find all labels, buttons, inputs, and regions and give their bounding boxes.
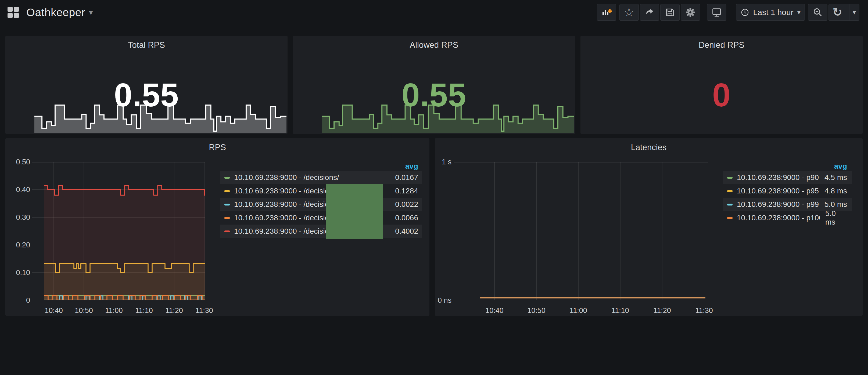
x-axis-tick-label: 10:40 <box>476 307 513 315</box>
tv-monitor-icon <box>711 7 722 18</box>
legend-header-row: avg <box>220 162 422 171</box>
nav-toolbar: ☆ <box>597 4 859 21</box>
series-avg-value: 0.4002 <box>390 227 418 236</box>
zoom-out-icon <box>812 7 823 18</box>
series-avg-value: 0.1284 <box>390 187 418 195</box>
rps-graph-panel: RPS avg 10.10.69.238:9000 - /decisions/0… <box>5 138 429 316</box>
panel-title[interactable]: Allowed RPS <box>293 36 575 50</box>
dashboards-grid-icon[interactable] <box>7 6 19 19</box>
y-axis-tick-label: 0 ns <box>435 296 452 305</box>
legend-row[interactable]: 10.10.69.238:9000 - /decisions/0.0022 <box>220 198 422 211</box>
legend-row[interactable]: 10.10.69.238:9000 - p954.8 ms <box>723 184 852 198</box>
series-avg-value: 0.0066 <box>390 214 418 222</box>
time-range-picker[interactable]: Last 1 hour ▾ <box>736 4 805 21</box>
rps-graph-canvas[interactable] <box>32 162 207 300</box>
latencies-legend: avg 10.10.69.238:9000 - p904.5 ms10.10.6… <box>723 162 852 225</box>
clock-icon <box>740 8 749 17</box>
series-avg-value: 4.5 ms <box>819 173 847 182</box>
share-button[interactable] <box>640 4 659 21</box>
series-label[interactable]: 10.10.69.238:9000 - p100 <box>737 214 820 222</box>
time-range-label: Last 1 hour <box>753 8 794 17</box>
series-label[interactable]: 10.10.69.238:9000 - /decisions/ <box>234 214 339 222</box>
series-label[interactable]: 10.10.69.238:9000 - p99 <box>737 200 819 209</box>
y-axis-tick-label: 0 <box>5 296 30 305</box>
dashboard-title[interactable]: Oathkeeper <box>26 6 85 19</box>
y-axis-tick-label: 0.20 <box>5 241 30 249</box>
star-icon: ☆ <box>624 7 634 18</box>
legend-row[interactable]: 10.10.69.238:9000 - /decisions/0.4002 <box>220 225 422 238</box>
legend-header-row: avg <box>723 162 852 171</box>
series-label[interactable]: 10.10.69.238:9000 - /decisions/ <box>234 187 339 195</box>
cycle-view-mode-button[interactable] <box>707 4 726 21</box>
dashboard-settings-button[interactable] <box>681 4 700 21</box>
series-color-swatch <box>727 217 733 219</box>
series-color-swatch <box>224 177 230 179</box>
legend-avg-column-header[interactable]: avg <box>834 162 847 170</box>
legend-rows: 10.10.69.238:9000 - /decisions/0.016710.… <box>220 171 422 238</box>
stat-panel-total-rps: Total RPS 0.55 <box>5 36 287 134</box>
series-label[interactable]: 10.10.69.238:9000 - p90 <box>737 173 819 182</box>
x-axis-tick-label: 10:50 <box>518 307 555 315</box>
legend-row[interactable]: 10.10.69.238:9000 - /decisions/0.0066 <box>220 211 422 225</box>
rps-legend: avg 10.10.69.238:9000 - /decisions/0.016… <box>220 162 422 238</box>
series-color-swatch <box>224 190 230 192</box>
sparkline <box>322 101 574 133</box>
x-axis-tick-label: 11:10 <box>601 307 639 315</box>
panel-title[interactable]: Latencies <box>435 138 863 152</box>
refresh-icon: ↻ <box>833 7 842 18</box>
zoom-out-button[interactable] <box>808 4 828 21</box>
series-color-swatch <box>727 177 733 179</box>
series-avg-value: 4.8 ms <box>819 187 847 195</box>
series-color-swatch <box>727 190 733 192</box>
settings-gear-icon <box>685 7 696 18</box>
series-avg-value: 5.0 ms <box>820 209 847 226</box>
y-axis-tick-label: 0.50 <box>5 158 30 166</box>
caret-down-icon: ▾ <box>797 9 801 16</box>
series-avg-value: 0.0167 <box>390 173 418 182</box>
legend-row[interactable]: 10.10.69.238:9000 - p904.5 ms <box>723 171 852 184</box>
save-icon <box>665 7 675 18</box>
series-color-swatch <box>224 204 230 206</box>
panel-title[interactable]: Total RPS <box>5 36 287 50</box>
series-label[interactable]: 10.10.69.238:9000 - /decisions/ <box>234 227 339 236</box>
series-label[interactable]: 10.10.69.238:9000 - /decisions/ <box>234 173 339 182</box>
latencies-graph-canvas[interactable] <box>454 162 709 300</box>
sparkline <box>34 101 286 133</box>
refresh-button[interactable]: ↻ ▾ <box>829 4 859 21</box>
y-axis-tick-label: 0.40 <box>5 185 30 194</box>
stat-panel-denied-rps: Denied RPS 0 <box>581 36 863 134</box>
caret-down-icon: ▾ <box>853 9 856 16</box>
green-overlay-artifact <box>326 184 383 239</box>
series-color-swatch <box>224 230 230 232</box>
series-label[interactable]: 10.10.69.238:9000 - p95 <box>737 187 819 195</box>
panel-title[interactable]: RPS <box>5 138 429 152</box>
legend-rows: 10.10.69.238:9000 - p904.5 ms10.10.69.23… <box>723 171 852 225</box>
share-icon <box>644 7 655 18</box>
x-axis-tick-label: 11:30 <box>685 307 723 315</box>
caret-down-icon[interactable]: ▾ <box>89 8 93 17</box>
favorite-button[interactable]: ☆ <box>619 4 639 21</box>
refresh-interval-dropdown[interactable]: ▾ <box>849 4 859 21</box>
legend-row[interactable]: 10.10.69.238:9000 - p1005.0 ms <box>723 211 852 225</box>
y-axis-tick-label: 0.10 <box>5 268 30 277</box>
series-color-swatch <box>224 217 230 219</box>
x-axis-tick-label: 11:30 <box>185 307 223 315</box>
save-button[interactable] <box>660 4 680 21</box>
legend-avg-column-header[interactable]: avg <box>405 162 418 170</box>
nav-bar: Oathkeeper ▾ ☆ <box>0 0 868 25</box>
legend-row[interactable]: 10.10.69.238:9000 - /decisions/0.0167 <box>220 171 422 184</box>
series-label[interactable]: 10.10.69.238:9000 - /decisions/ <box>234 200 339 209</box>
series-avg-value: 5.0 ms <box>819 200 847 209</box>
latencies-graph-panel: Latencies avg 10.10.69.238:9000 - p904.5… <box>435 138 863 316</box>
nav-left: Oathkeeper ▾ <box>7 6 93 19</box>
x-axis-tick-label: 11:20 <box>643 307 681 315</box>
x-axis-tick-label: 11:00 <box>559 307 597 315</box>
add-panel-button[interactable] <box>597 4 616 21</box>
panel-title[interactable]: Denied RPS <box>581 36 863 50</box>
stat-panel-allowed-rps: Allowed RPS 0.55 <box>293 36 575 134</box>
y-axis-tick-label: 1 s <box>435 158 452 166</box>
add-panel-icon <box>601 7 612 18</box>
series-avg-value: 0.0022 <box>390 200 418 209</box>
legend-row[interactable]: 10.10.69.238:9000 - /decisions/0.1284 <box>220 184 422 198</box>
series-color-swatch <box>727 204 733 206</box>
